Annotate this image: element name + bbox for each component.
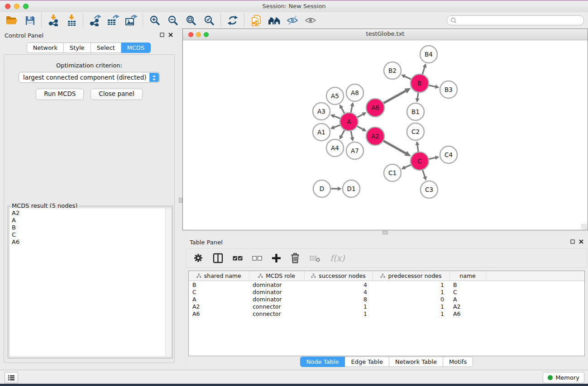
delete-table-icon[interactable] <box>309 254 320 262</box>
table-cell[interactable]: 1 <box>373 281 449 289</box>
tab-motifs[interactable]: Motifs <box>443 357 473 367</box>
column-header-predecessor-nodes[interactable]: predecessor nodes <box>373 271 449 281</box>
graph-node-A2[interactable]: A2 <box>366 127 384 145</box>
table-row[interactable]: Adominator80A <box>189 295 584 303</box>
gear-icon[interactable] <box>193 253 203 263</box>
search-input[interactable] <box>459 17 583 24</box>
function-builder-icon[interactable]: f(x) <box>330 253 345 263</box>
table-row[interactable]: Cdominator41C <box>189 288 584 295</box>
graph-node-B3[interactable]: B3 <box>440 81 457 98</box>
save-session-button[interactable] <box>21 13 39 28</box>
float-panel-icon[interactable] <box>570 239 575 244</box>
graph-node-A3[interactable]: A3 <box>313 103 330 120</box>
export-network-button[interactable] <box>86 13 104 28</box>
table-cell[interactable]: dominator <box>249 288 304 295</box>
minimize-network-window-button[interactable] <box>196 32 201 37</box>
graph-node-A1[interactable]: A1 <box>313 124 330 141</box>
result-scrollbar[interactable] <box>165 208 171 357</box>
table-cell[interactable]: connector <box>249 303 304 310</box>
close-panel-icon[interactable] <box>168 33 173 37</box>
zoom-selected-button[interactable] <box>200 13 218 28</box>
tab-mcds[interactable]: MCDS <box>121 43 151 53</box>
export-image-button[interactable] <box>122 13 140 28</box>
graph-node-A4[interactable]: A4 <box>326 139 344 157</box>
table-cell[interactable]: 0 <box>373 295 449 303</box>
column-header-successor-nodes[interactable]: successor nodes <box>304 271 373 281</box>
table-row[interactable]: Bdominator41B <box>189 281 584 289</box>
table-cell[interactable]: C <box>189 288 249 295</box>
add-row-icon[interactable] <box>272 253 281 263</box>
table-cell[interactable]: A6 <box>189 310 249 317</box>
hide-graphics-button[interactable] <box>283 13 301 28</box>
import-network-button[interactable] <box>44 13 62 28</box>
table-cell[interactable]: 1 <box>304 303 373 310</box>
mcds-result-item[interactable]: B <box>12 224 165 231</box>
mcds-result-item[interactable]: A6 <box>12 238 165 246</box>
graph-edge-B-B4[interactable] <box>422 63 426 76</box>
mcds-result-item[interactable]: C <box>12 231 165 238</box>
column-header-name[interactable]: name <box>449 271 486 281</box>
export-table-button[interactable] <box>104 13 122 28</box>
horizontal-split-handle[interactable] <box>382 231 388 234</box>
zoom-fit-button[interactable] <box>182 13 200 28</box>
table-cell[interactable]: 8 <box>304 295 373 303</box>
clone-network-button[interactable] <box>247 13 265 28</box>
graph-node-C1[interactable]: C1 <box>384 164 401 181</box>
tab-select[interactable]: Select <box>91 43 121 53</box>
table-cell[interactable]: dominator <box>249 295 304 303</box>
import-table-button[interactable] <box>62 13 81 28</box>
minimize-window-button[interactable] <box>14 4 19 9</box>
column-header-shared-name[interactable]: shared name <box>189 271 249 281</box>
deselect-all-icon[interactable] <box>252 255 262 262</box>
run-mcds-button[interactable]: Run MCDS <box>36 89 84 100</box>
zoom-window-button[interactable] <box>23 4 29 9</box>
table-cell[interactable]: 4 <box>304 281 373 289</box>
table-cell[interactable]: 1 <box>373 310 449 317</box>
criterion-dropdown[interactable]: largest connected component (directed) <box>19 72 160 83</box>
search-field[interactable] <box>447 15 584 25</box>
table-cell[interactable]: connector <box>249 310 304 317</box>
table-cell[interactable]: 1 <box>373 288 449 295</box>
mcds-result-item[interactable]: A2 <box>12 210 165 217</box>
table-cell[interactable]: 1 <box>304 310 373 317</box>
graph-edge-A6-B[interactable] <box>382 88 411 104</box>
close-network-window-button[interactable] <box>188 32 193 37</box>
open-session-button[interactable] <box>3 13 21 28</box>
home-button[interactable] <box>265 13 283 28</box>
graph-edge-C-C3[interactable] <box>422 168 427 181</box>
graph-node-C4[interactable]: C4 <box>440 146 457 163</box>
table-cell[interactable]: A6 <box>449 310 486 317</box>
column-header-MCDS-role[interactable]: MCDS role <box>249 271 304 281</box>
graph-node-B[interactable]: B <box>411 74 429 92</box>
table-cell[interactable]: A <box>189 295 249 303</box>
graph-node-A5[interactable]: A5 <box>326 87 344 105</box>
table-cell[interactable]: A2 <box>189 303 249 310</box>
close-panel-button[interactable]: Close panel <box>91 89 143 100</box>
table-cell[interactable]: B <box>189 281 249 289</box>
graph-node-B4[interactable]: B4 <box>420 46 437 63</box>
zoom-in-button[interactable] <box>146 13 164 28</box>
close-window-button[interactable] <box>5 4 10 9</box>
tab-network-table[interactable]: Network Table <box>389 357 443 367</box>
table-cell[interactable]: dominator <box>249 281 304 289</box>
tab-network[interactable]: Network <box>27 43 64 53</box>
graph-node-B1[interactable]: B1 <box>407 103 424 120</box>
float-panel-icon[interactable] <box>160 33 164 37</box>
resize-grip-icon[interactable] <box>582 224 587 229</box>
graph-node-B2[interactable]: B2 <box>384 62 401 79</box>
tab-edge-table[interactable]: Edge Table <box>345 357 389 367</box>
vertical-split-handle[interactable] <box>179 198 182 203</box>
memory-button[interactable]: Memory <box>543 372 584 383</box>
zoom-out-button[interactable] <box>164 13 182 28</box>
trash-icon[interactable] <box>291 253 300 263</box>
graph-node-D1[interactable]: D1 <box>343 180 360 197</box>
refresh-layout-button[interactable] <box>224 13 242 28</box>
select-all-icon[interactable] <box>233 255 243 262</box>
graph-node-A[interactable]: A <box>340 113 358 131</box>
close-panel-icon[interactable] <box>579 239 583 244</box>
graph-node-C[interactable]: C <box>411 152 429 170</box>
table-cell[interactable]: A <box>449 295 486 303</box>
table-cell[interactable]: C <box>449 288 486 295</box>
table-cell[interactable]: A2 <box>449 303 486 310</box>
tab-node-table[interactable]: Node Table <box>300 357 345 367</box>
